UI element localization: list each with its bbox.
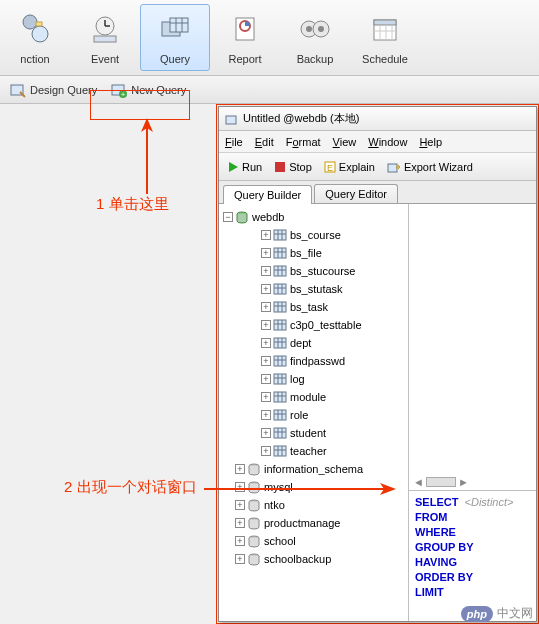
tree-item-label: ntko	[264, 499, 285, 511]
query-canvas[interactable]: ◄►	[409, 204, 536, 491]
tab-query-builder[interactable]: Query Builder	[223, 185, 312, 204]
menu-file[interactable]: File	[225, 136, 243, 148]
new-query-button[interactable]: + New Query	[107, 80, 190, 100]
export-wizard-button[interactable]: Export Wizard	[385, 159, 475, 175]
tree-db-item[interactable]: +mysql	[221, 478, 406, 496]
watermark: php 中文网	[461, 605, 533, 622]
expand-icon[interactable]: +	[261, 392, 271, 402]
run-button[interactable]: Run	[225, 159, 264, 175]
menu-window[interactable]: Window	[368, 136, 407, 148]
tree-item-label: module	[290, 391, 326, 403]
toolbar-query[interactable]: Query	[140, 4, 210, 71]
sql-keywords-panel[interactable]: SELECT <Distinct> FROM WHERE GROUP BY HA…	[409, 491, 536, 621]
sql-panel: ◄► SELECT <Distinct> FROM WHERE GROUP BY…	[409, 204, 536, 621]
annotation-1: 1 单击这里	[96, 195, 169, 214]
tree-table-item[interactable]: +bs_file	[221, 244, 406, 262]
tree-table-item[interactable]: +role	[221, 406, 406, 424]
dialog-actions: Run Stop E Explain Export Wizard	[219, 153, 536, 181]
tab-bar: Query Builder Query Editor	[219, 181, 536, 204]
tree-table-item[interactable]: +c3p0_testtable	[221, 316, 406, 334]
svg-rect-32	[388, 164, 397, 172]
database-icon	[247, 462, 261, 476]
expand-icon[interactable]: +	[235, 464, 245, 474]
toolbar-function[interactable]: nction	[0, 4, 70, 71]
design-query-icon	[10, 82, 26, 98]
expand-icon[interactable]: +	[261, 230, 271, 240]
query-icon	[157, 11, 193, 47]
expand-icon[interactable]: +	[261, 266, 271, 276]
database-icon	[247, 552, 261, 566]
tree-table-item[interactable]: +bs_course	[221, 226, 406, 244]
expand-icon[interactable]: +	[235, 518, 245, 528]
table-icon	[273, 264, 287, 278]
stop-button[interactable]: Stop	[272, 159, 314, 175]
report-icon	[227, 11, 263, 47]
tree-table-item[interactable]: +teacher	[221, 442, 406, 460]
svg-rect-58	[274, 338, 286, 348]
stop-icon	[274, 161, 286, 173]
svg-text:+: +	[121, 90, 126, 98]
menu-edit[interactable]: Edit	[255, 136, 274, 148]
expand-icon[interactable]: +	[235, 536, 245, 546]
tree-panel[interactable]: − webdb +bs_course+bs_file+bs_stucourse+…	[219, 204, 409, 621]
collapse-icon[interactable]: −	[223, 212, 233, 222]
watermark-text: 中文网	[497, 605, 533, 622]
dialog-titlebar[interactable]: Untitled @webdb (本地)	[219, 107, 536, 131]
expand-icon[interactable]: +	[261, 248, 271, 258]
tree-table-item[interactable]: +student	[221, 424, 406, 442]
toolbar-event[interactable]: Event	[70, 4, 140, 71]
canvas-scroll-indicator[interactable]: ◄►	[413, 476, 469, 488]
tree-table-item[interactable]: +bs_task	[221, 298, 406, 316]
tree-root[interactable]: − webdb	[221, 208, 406, 226]
table-icon	[273, 444, 287, 458]
svg-point-0	[23, 15, 37, 29]
table-icon	[273, 390, 287, 404]
svg-rect-28	[226, 116, 236, 124]
expand-icon[interactable]: +	[261, 284, 271, 294]
expand-icon[interactable]: +	[261, 302, 271, 312]
svg-rect-29	[275, 162, 285, 172]
expand-icon[interactable]: +	[261, 356, 271, 366]
svg-rect-54	[274, 320, 286, 330]
toolbar-report[interactable]: Report	[210, 4, 280, 71]
tree-db-item[interactable]: +ntko	[221, 496, 406, 514]
table-icon	[273, 372, 287, 386]
tree-db-item[interactable]: +school	[221, 532, 406, 550]
expand-icon[interactable]: +	[261, 374, 271, 384]
expand-icon[interactable]: +	[261, 320, 271, 330]
tree-table-item[interactable]: +log	[221, 370, 406, 388]
menu-view[interactable]: View	[333, 136, 357, 148]
tree-item-label: schoolbackup	[264, 553, 331, 565]
database-icon	[247, 480, 261, 494]
toolbar-schedule[interactable]: Schedule	[350, 4, 420, 71]
tree-table-item[interactable]: +dept	[221, 334, 406, 352]
tab-query-editor[interactable]: Query Editor	[314, 184, 398, 203]
tree-item-label: bs_stutask	[290, 283, 343, 295]
expand-icon[interactable]: +	[261, 338, 271, 348]
expand-icon[interactable]: +	[235, 554, 245, 564]
tree-table-item[interactable]: +bs_stucourse	[221, 262, 406, 280]
svg-rect-46	[274, 284, 286, 294]
expand-icon[interactable]: +	[235, 482, 245, 492]
tree-db-item[interactable]: +information_schema	[221, 460, 406, 478]
menu-format[interactable]: Format	[286, 136, 321, 148]
table-icon	[273, 354, 287, 368]
expand-icon[interactable]: +	[235, 500, 245, 510]
tree-table-item[interactable]: +bs_stutask	[221, 280, 406, 298]
svg-rect-42	[274, 266, 286, 276]
tree-table-item[interactable]: +module	[221, 388, 406, 406]
tree-item-label: teacher	[290, 445, 327, 457]
menu-help[interactable]: Help	[419, 136, 442, 148]
tree-db-item[interactable]: +schoolbackup	[221, 550, 406, 568]
toolbar-backup[interactable]: Backup	[280, 4, 350, 71]
expand-icon[interactable]: +	[261, 410, 271, 420]
expand-icon[interactable]: +	[261, 446, 271, 456]
tree-table-item[interactable]: +findpasswd	[221, 352, 406, 370]
explain-button[interactable]: E Explain	[322, 159, 377, 175]
tree-db-item[interactable]: +productmanage	[221, 514, 406, 532]
expand-icon[interactable]: +	[261, 428, 271, 438]
svg-rect-8	[170, 18, 188, 32]
tree-item-label: productmanage	[264, 517, 340, 529]
arrow-1-icon	[135, 118, 159, 194]
design-query-button[interactable]: Design Query	[6, 80, 101, 100]
